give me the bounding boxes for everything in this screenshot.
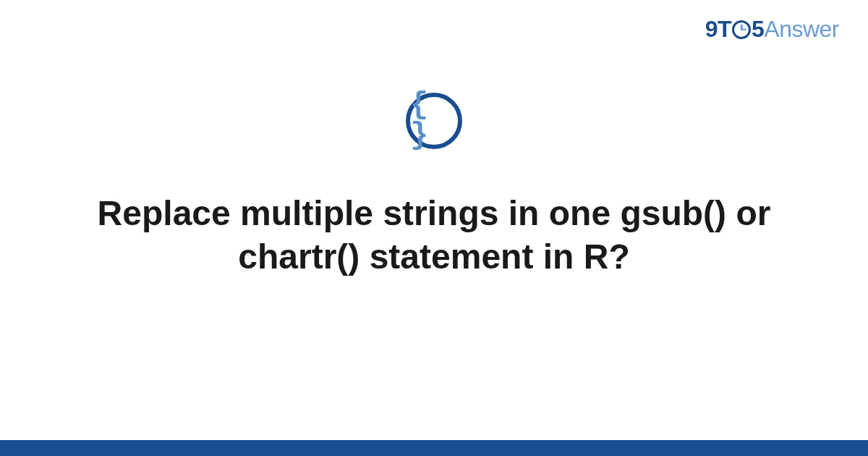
- clock-icon: [732, 20, 751, 39]
- logo-word: Answer: [764, 16, 839, 42]
- code-braces-icon: { }: [410, 90, 458, 151]
- logo-prefix: 9T: [705, 16, 731, 42]
- site-logo: 9T5Answer: [705, 16, 839, 43]
- footer-bar: [0, 440, 868, 456]
- logo-suffix: 5: [752, 16, 764, 42]
- category-icon: { }: [406, 93, 462, 149]
- page-title: Replace multiple strings in one gsub() o…: [0, 192, 868, 279]
